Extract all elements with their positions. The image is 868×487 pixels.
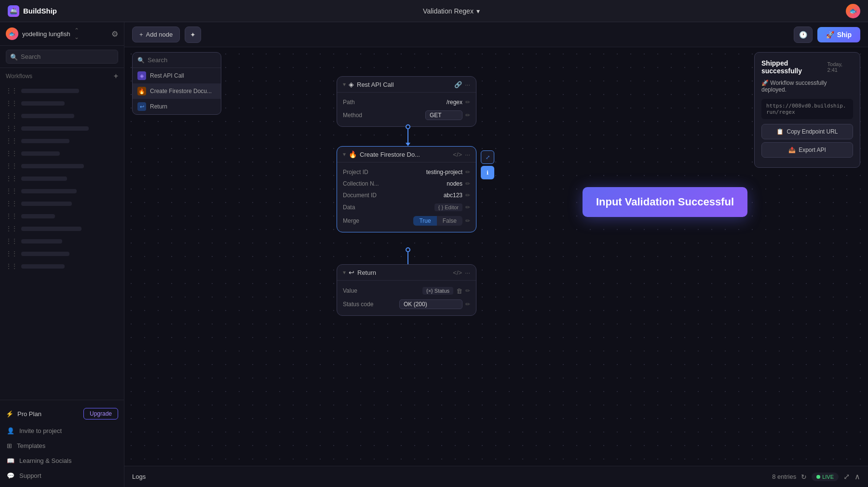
edit-merge-icon[interactable]: ✏ <box>465 217 470 224</box>
project-id-label: Project ID <box>343 169 386 176</box>
add-node-label: Add node <box>146 31 173 38</box>
code-icon[interactable]: </> <box>453 269 462 276</box>
edit-value-icon[interactable]: ✏ <box>465 287 470 294</box>
node-option-firestore[interactable]: 🔥 Create Firestore Docu... <box>133 83 221 99</box>
node-search-input[interactable] <box>148 56 216 64</box>
workflow-icon: ⋮⋮ <box>6 162 17 169</box>
edit-data-icon[interactable]: ✏ <box>465 204 470 211</box>
editor-badge: { } Editor <box>434 203 462 211</box>
export-icon: 📤 <box>788 147 796 153</box>
list-item[interactable]: ⋮⋮ <box>0 147 124 160</box>
list-item[interactable]: ⋮⋮ <box>0 185 124 197</box>
add-node-button[interactable]: + Add node <box>132 27 180 42</box>
node-option-return[interactable]: ↩ Return <box>133 99 221 114</box>
shipped-message: 🚀 Workflow successfully deployed. <box>761 80 853 93</box>
sidebar-item-learning[interactable]: 📖 Learning & Socials <box>0 453 124 468</box>
edit-document-icon[interactable]: ✏ <box>465 192 470 199</box>
connector-line <box>407 129 408 143</box>
connector-dot <box>406 124 410 129</box>
settings-icon[interactable]: ⚙ <box>111 29 118 39</box>
workflow-label <box>21 252 69 256</box>
list-item[interactable]: ⋮⋮ <box>0 210 124 222</box>
status-code-row: Status code OK (200) Created (201) Bad R… <box>337 297 476 311</box>
workflow-icon: ⋮⋮ <box>6 175 17 182</box>
edit-project-icon[interactable]: ✏ <box>465 169 470 176</box>
ship-button[interactable]: 🚀 Ship <box>817 27 860 42</box>
code-icon[interactable]: </> <box>453 151 462 158</box>
list-item[interactable]: ⋮⋮ <box>0 247 124 260</box>
list-item[interactable]: ⋮⋮ <box>0 135 124 147</box>
status-code-label: Status code <box>343 301 386 308</box>
collection-label: Collection N... <box>343 180 386 187</box>
method-label: Method <box>343 112 386 119</box>
support-icon: 💬 <box>7 472 14 479</box>
expand-logs-icon[interactable]: ⤢ <box>843 472 850 481</box>
refresh-icon[interactable]: ↻ <box>801 473 807 481</box>
sidebar-item-invite[interactable]: 👤 Invite to project <box>0 423 124 438</box>
return-title: Return <box>357 269 376 276</box>
workflow-label <box>21 89 79 93</box>
workflow-label <box>21 101 65 106</box>
more-icon[interactable]: ··· <box>465 269 470 276</box>
edit-path-icon[interactable]: ✏ <box>465 99 470 106</box>
upgrade-button[interactable]: Upgrade <box>83 408 118 419</box>
connector-dot <box>406 247 410 252</box>
list-item[interactable]: ⋮⋮ <box>0 160 124 172</box>
add-workflow-button[interactable]: + <box>114 72 118 81</box>
rest-api-node: ▾ ◈ Rest API Call 🔗 ··· Path /regex <box>337 76 476 127</box>
node-search-popup: 🔍 ◈ Rest API Call 🔥 Create Firestore Doc… <box>132 52 221 115</box>
collapse-icon[interactable]: ▾ <box>343 151 346 158</box>
list-item[interactable]: ⋮⋮ <box>0 172 124 185</box>
list-item[interactable]: ⋮⋮ <box>0 84 124 97</box>
delete-icon[interactable]: 🗑 <box>456 287 462 295</box>
list-item[interactable]: ⋮⋮ <box>0 260 124 272</box>
sidebar-item-templates[interactable]: ⊞ Templates <box>0 438 124 453</box>
list-item[interactable]: ⋮⋮ <box>0 197 124 210</box>
more-icon[interactable]: ··· <box>465 81 470 88</box>
collapse-icon[interactable]: ▾ <box>343 81 346 88</box>
user-avatar[interactable]: 🐟 <box>846 4 860 18</box>
list-item[interactable]: ⋮⋮ <box>0 222 124 235</box>
plan-info: ⚡ Pro Plan <box>6 410 41 418</box>
magic-wand-button[interactable]: ✦ <box>185 27 201 43</box>
merge-true-option[interactable]: True <box>413 216 436 226</box>
list-item[interactable]: ⋮⋮ <box>0 235 124 247</box>
search-input[interactable] <box>6 50 118 64</box>
workflow-icon: ⋮⋮ <box>6 137 17 144</box>
canvas: 🔍 ◈ Rest API Call 🔥 Create Firestore Doc… <box>124 47 868 466</box>
value-content: {×} Status 🗑 ✏ <box>386 287 470 295</box>
workflow-label <box>21 139 69 143</box>
list-item[interactable]: ⋮⋮ <box>0 109 124 122</box>
merge-false-option[interactable]: False <box>437 216 462 226</box>
workflow-icon: ⋮⋮ <box>6 250 17 257</box>
sidebar: 🐟 yodelling lungfish ⌃⌄ ⚙ 🔍 Workflows + … <box>0 22 124 487</box>
collapse-icon[interactable]: ▾ <box>343 269 346 276</box>
edit-method-icon[interactable]: ✏ <box>465 112 470 119</box>
node-actions: </> ··· <box>453 269 470 276</box>
history-button[interactable]: 🕐 <box>794 27 813 43</box>
status-code-select[interactable]: OK (200) Created (201) Bad Request (400) <box>399 299 462 309</box>
workflow-title-dropdown[interactable]: Validation Regex ▾ <box>423 7 480 15</box>
list-item[interactable]: ⋮⋮ <box>0 122 124 135</box>
sidebar-header: 🐟 yodelling lungfish ⌃⌄ ⚙ <box>0 22 124 46</box>
rest-api-node-header: ▾ ◈ Rest API Call 🔗 ··· <box>337 77 476 93</box>
link-icon[interactable]: 🔗 <box>454 81 462 88</box>
info-icon[interactable]: ℹ <box>481 166 494 179</box>
sidebar-user-avatar: 🐟 <box>6 27 18 40</box>
list-item[interactable]: ⋮⋮ <box>0 97 124 109</box>
rest-api-body: Path /regex ✏ Method GET POST PUT <box>337 93 476 126</box>
workflow-icon: ⋮⋮ <box>6 263 17 270</box>
node-header-left: ▾ ◈ Rest API Call <box>343 81 394 88</box>
edit-status-icon[interactable]: ✏ <box>465 301 470 308</box>
edit-collection-icon[interactable]: ✏ <box>465 180 470 187</box>
node-option-rest-api[interactable]: ◈ Rest API Call <box>133 68 221 83</box>
method-select[interactable]: GET POST PUT DELETE <box>425 110 462 120</box>
close-logs-icon[interactable]: ∧ <box>854 472 860 481</box>
copy-endpoint-button[interactable]: 📋 Copy Endpoint URL <box>761 124 853 139</box>
expand-icon[interactable]: ⤢ <box>481 150 494 164</box>
firestore-node-header: ▾ 🔥 Create Firestore Do... </> ··· <box>337 147 476 162</box>
return-body: Value {×} Status 🗑 ✏ Status code OK (200… <box>337 281 476 315</box>
export-api-button[interactable]: 📤 Export API <box>761 142 853 158</box>
sidebar-item-support[interactable]: 💬 Support <box>0 468 124 483</box>
more-icon[interactable]: ··· <box>465 151 470 158</box>
